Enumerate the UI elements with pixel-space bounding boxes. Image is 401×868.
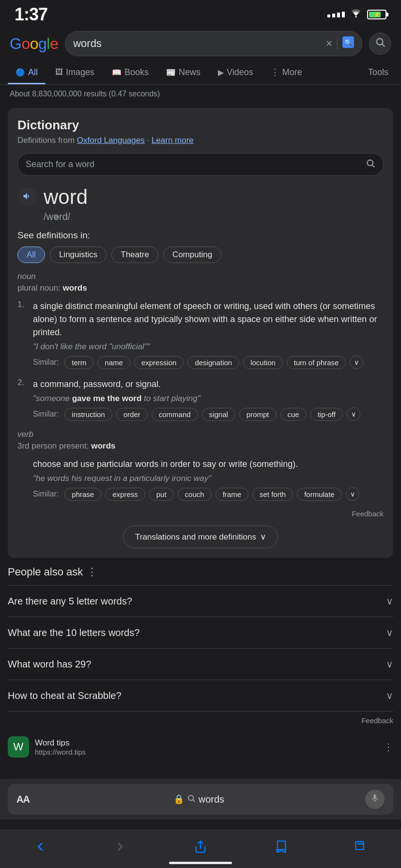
- similar-prompt[interactable]: prompt: [239, 408, 277, 421]
- tab-videos-icon: ▶: [218, 68, 224, 77]
- microphone-button[interactable]: [365, 790, 385, 809]
- similar-designation[interactable]: designation: [187, 356, 239, 369]
- def-tag-computing[interactable]: Computing: [163, 247, 221, 263]
- sound-button[interactable]: [17, 187, 37, 207]
- search-submit-button[interactable]: [369, 32, 391, 55]
- noun-plural: plural noun: words: [17, 283, 384, 293]
- verb-section: verb 3rd person present: words choose an…: [17, 430, 384, 501]
- signal-icon: [327, 12, 345, 17]
- similar-signal[interactable]: signal: [202, 408, 235, 421]
- tab-books[interactable]: 📖 Books: [104, 61, 156, 84]
- status-icons: ⚡: [327, 8, 386, 21]
- sound-icon: [22, 191, 32, 203]
- paa-menu-icon[interactable]: ⋮: [87, 566, 97, 578]
- home-indicator: [169, 862, 232, 864]
- search-bar[interactable]: words × 🔍: [65, 31, 362, 56]
- tab-news[interactable]: 📰 News: [158, 61, 208, 84]
- verb-similar-couch[interactable]: couch: [178, 488, 212, 501]
- tab-videos-label: Videos: [227, 67, 253, 78]
- url-display[interactable]: 🔒 words: [37, 794, 360, 805]
- def-example-2: "someone gave me the word to start playi…: [33, 394, 384, 403]
- similar-expression[interactable]: expression: [134, 356, 184, 369]
- tab-news-icon: 📰: [166, 68, 176, 77]
- wifi-icon: [350, 8, 362, 21]
- dictionary-source: Definitions from Oxford Languages · Lear…: [17, 136, 384, 145]
- verb-similar-more[interactable]: ∨: [346, 487, 359, 501]
- word-tips-name: Word tips: [35, 738, 378, 748]
- similar-term[interactable]: term: [64, 356, 93, 369]
- chevron-down-icon: ∨: [386, 627, 393, 638]
- noun-pos-label: noun: [17, 272, 384, 281]
- word-phonetic: /wərd/: [44, 211, 384, 222]
- lens-icon[interactable]: 🔍: [342, 36, 354, 51]
- tab-all[interactable]: 🔵 All: [8, 61, 46, 84]
- bookmarks-button[interactable]: [264, 835, 297, 858]
- similar-locution[interactable]: locution: [243, 356, 283, 369]
- similar-turn-of-phrase[interactable]: turn of phrase: [287, 356, 346, 369]
- verb-pos-label: verb: [17, 430, 384, 439]
- verb-similar-put[interactable]: put: [149, 488, 174, 501]
- verb-similar-frame[interactable]: frame: [216, 488, 248, 501]
- tab-more[interactable]: ⋮ More: [263, 60, 310, 84]
- def-text-1: a single distinct meaningful element of …: [33, 300, 384, 339]
- tools-button[interactable]: Tools: [363, 61, 393, 84]
- verb-similar-set-forth[interactable]: set forth: [252, 488, 293, 501]
- def-tag-linguistics[interactable]: Linguistics: [50, 247, 107, 263]
- tabs-button[interactable]: [344, 835, 377, 858]
- status-bar: 1:37 ⚡: [0, 0, 401, 26]
- paa-question-2[interactable]: What are the 10 letters words? ∨: [8, 617, 393, 648]
- word-tips-url: https://word.tips: [35, 748, 378, 756]
- forward-button[interactable]: [104, 835, 137, 858]
- tab-images[interactable]: 🖼 Images: [47, 61, 102, 84]
- similar-cue[interactable]: cue: [280, 408, 307, 421]
- similar-row-2: Similar: instruction order command signa…: [33, 407, 384, 421]
- people-also-ask-section: People also ask ⋮ Are there any 5 letter…: [8, 566, 393, 729]
- similar-command[interactable]: command: [152, 408, 198, 421]
- paa-feedback[interactable]: Feedback: [8, 711, 393, 729]
- battery-icon: ⚡: [367, 10, 386, 19]
- search-icon-url: [187, 794, 196, 805]
- verb-def-text: choose and use particular words in order…: [33, 458, 384, 471]
- similar-more-1[interactable]: ∨: [350, 356, 363, 369]
- verb-similar-formulate[interactable]: formulate: [297, 488, 342, 501]
- verb-similar-express[interactable]: express: [105, 488, 145, 501]
- def-tag-theatre[interactable]: Theatre: [111, 247, 158, 263]
- chevron-down-icon: ∨: [260, 532, 266, 542]
- tab-all-label: All: [28, 67, 38, 78]
- clear-search-button[interactable]: ×: [326, 37, 332, 50]
- def-tag-all[interactable]: All: [17, 247, 45, 263]
- def-example-1: "I don't like the word "unofficial"": [33, 342, 384, 352]
- paa-question-4[interactable]: How to cheat at Scrabble? ∨: [8, 680, 393, 711]
- verb-definition: choose and use particular words in order…: [17, 458, 384, 501]
- translations-button[interactable]: Translations and more definitions ∨: [123, 526, 278, 548]
- similar-name[interactable]: name: [97, 356, 130, 369]
- def-num-1: 1.: [17, 300, 28, 369]
- font-size-button[interactable]: AA: [16, 794, 30, 805]
- chevron-down-icon: ∨: [386, 595, 393, 607]
- feedback-button[interactable]: Feedback: [17, 510, 384, 518]
- tab-books-label: Books: [124, 67, 149, 78]
- search-icon: [375, 37, 386, 50]
- svg-line-4: [382, 44, 385, 46]
- verb-similar-row: Similar: phrase express put couch frame …: [33, 487, 384, 501]
- similar-tip-off[interactable]: tip-off: [310, 408, 343, 421]
- paa-question-1[interactable]: Are there any 5 letter words? ∨: [8, 585, 393, 617]
- similar-instruction[interactable]: instruction: [64, 408, 112, 421]
- share-button[interactable]: [184, 835, 217, 858]
- svg-point-0: [355, 16, 356, 17]
- verb-similar-phrase[interactable]: phrase: [64, 488, 101, 501]
- tab-news-label: News: [179, 67, 200, 78]
- paa-title: People also ask: [8, 566, 83, 578]
- back-button[interactable]: [24, 835, 57, 858]
- similar-more-2[interactable]: ∨: [347, 407, 360, 421]
- def-text-2: a command, password, or signal.: [33, 378, 384, 391]
- tab-videos[interactable]: ▶ Videos: [210, 61, 261, 84]
- word-tips-menu-icon[interactable]: ⋮: [384, 741, 393, 753]
- similar-order[interactable]: order: [116, 408, 148, 421]
- more-icon: ⋮: [271, 67, 279, 78]
- learn-more-link[interactable]: Learn more: [152, 136, 194, 145]
- paa-question-3[interactable]: What word has 29? ∨: [8, 648, 393, 680]
- oxford-link[interactable]: Oxford Languages: [77, 136, 145, 145]
- status-time: 1:37: [15, 4, 47, 25]
- word-search-bar[interactable]: Search for a word: [17, 153, 384, 176]
